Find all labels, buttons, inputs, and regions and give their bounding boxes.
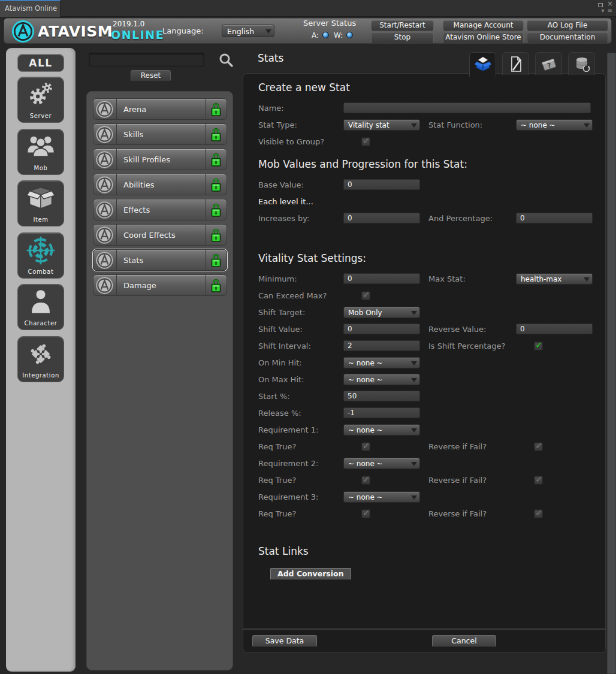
reverse-if-fail-checkbox[interactable]: ✓ — [534, 476, 543, 485]
tab-create[interactable] — [469, 52, 496, 77]
sidebar-item-character[interactable]: Character — [17, 284, 64, 330]
reverse-value-input[interactable]: 0 — [516, 324, 593, 334]
list-item-effects[interactable]: Effects — [93, 199, 227, 220]
save-data-button[interactable]: Save Data — [252, 635, 317, 647]
shift-interval-input[interactable]: 2 — [343, 340, 420, 351]
divider — [116, 275, 117, 295]
max-stat-select[interactable]: health-max — [516, 273, 593, 285]
reset-button[interactable]: Reset — [131, 70, 171, 81]
list-item-skills[interactable]: Skills — [93, 123, 227, 145]
visible-to-group-checkbox[interactable]: ✓ — [361, 137, 370, 146]
list-item-label: Effects — [123, 205, 205, 214]
divider — [116, 174, 117, 195]
stat-function-select[interactable]: ~ none ~ — [516, 119, 593, 131]
requirement-1-label: Requirement 1: — [258, 425, 343, 434]
lock-icon[interactable] — [210, 228, 222, 243]
section-heading-vitality-stat-settings: Vitality Stat Settings: — [258, 252, 590, 264]
box-icon — [18, 183, 64, 214]
stat-type-select[interactable]: Vitality stat — [343, 119, 420, 131]
lock-icon[interactable] — [210, 202, 222, 217]
lock-icon[interactable] — [210, 127, 222, 142]
lock-icon[interactable] — [210, 152, 222, 167]
req-true-checkbox[interactable]: ✓ — [361, 476, 370, 485]
stat-editor-panel: Create a new StatName:Stat Type:Vitality… — [243, 73, 606, 653]
form-row: Shift Value:0Reverse Value:0 — [258, 321, 590, 337]
puzzle-icon — [18, 339, 64, 371]
lock-icon[interactable] — [210, 253, 222, 268]
header-button-manage-account[interactable]: Manage Account — [443, 20, 524, 31]
base-value-input[interactable]: 0 — [343, 179, 420, 190]
header-button-start-restart[interactable]: Start/Restart — [371, 20, 434, 31]
list-item-damage[interactable]: Damage — [93, 274, 227, 296]
list-item-skill-profiles[interactable]: Skill Profiles — [93, 149, 227, 170]
indicator-a-label: A: — [312, 31, 319, 40]
list-item-stats[interactable]: Stats — [93, 249, 227, 271]
is-shift-percentage-checkbox[interactable]: ✓ — [534, 341, 543, 350]
requirement-3-select[interactable]: ~ none ~ — [343, 491, 420, 503]
search-input[interactable] — [89, 53, 204, 67]
shift-target-select[interactable]: Mob Only — [343, 307, 420, 318]
sidebar-item-all[interactable]: ALL — [17, 54, 64, 72]
menu-icon[interactable]: ≡ — [608, 7, 613, 14]
name-input[interactable] — [343, 102, 591, 113]
tab-help[interactable]: ? — [535, 52, 562, 75]
req-true-label: Req True? — [258, 509, 343, 518]
req-true-checkbox[interactable]: ✓ — [361, 442, 370, 451]
shift-value-input[interactable]: 0 — [343, 324, 420, 334]
sidebar-item-label: Character — [18, 320, 64, 327]
on-min-hit-label: On Min Hit: — [258, 358, 343, 367]
on-min-hit-select[interactable]: ~ none ~ — [343, 357, 420, 368]
header-button-atavism-online-store[interactable]: Atavism Online Store — [443, 32, 524, 43]
is-shift-percentage-label: Is Shift Percentage? — [428, 341, 516, 350]
reverse-if-fail-checkbox[interactable]: ✓ — [534, 442, 543, 451]
tab-edit[interactable] — [502, 52, 529, 75]
req-true-label: Req True? — [258, 442, 343, 451]
cancel-button[interactable]: Cancel — [432, 635, 496, 647]
reverse-if-fail-checkbox[interactable]: ✓ — [534, 509, 543, 518]
list-item-label: Coord Effects — [123, 231, 205, 240]
form-row: Start %:50 — [258, 388, 590, 404]
section-heading-create-a-new-stat: Create a new Stat — [258, 81, 590, 93]
lock-icon[interactable] — [210, 102, 222, 117]
minimum-input[interactable]: 0 — [343, 273, 420, 284]
add-conversion-button[interactable]: Add Conversion — [270, 568, 351, 580]
minimum-label: Minimum: — [258, 274, 343, 283]
req-true-checkbox[interactable]: ✓ — [361, 509, 370, 518]
lock-icon[interactable] — [210, 278, 222, 293]
sidebar-item-item[interactable]: Item — [17, 180, 64, 226]
search-icon[interactable] — [218, 52, 234, 70]
on-max-hit-select[interactable]: ~ none ~ — [343, 374, 420, 385]
module-list-panel: ArenaSkillsSkill ProfilesAbilitiesEffect… — [86, 91, 233, 670]
sidebar-item-combat[interactable]: Combat — [17, 232, 64, 279]
box-new-icon — [474, 56, 492, 74]
check-icon: ✓ — [535, 474, 543, 485]
tab-database[interactable] — [568, 52, 595, 75]
header-button-documentation[interactable]: Documentation — [527, 32, 608, 43]
sidebar-item-integration[interactable]: Integration — [17, 336, 64, 382]
max-stat-select-value: health-max — [521, 275, 561, 283]
start-input[interactable]: 50 — [343, 391, 420, 401]
list-item-arena[interactable]: Arena — [93, 98, 227, 120]
restore-icon[interactable] — [598, 3, 603, 7]
requirement-3-select-value: ~ none ~ — [348, 493, 383, 501]
atavism-logo-icon — [95, 276, 114, 295]
header-button-ao-log-file[interactable]: AO Log File — [527, 20, 608, 31]
lock-icon[interactable] — [210, 177, 222, 192]
group-icon — [18, 132, 64, 161]
sidebar-item-mob[interactable]: Mob — [17, 129, 64, 175]
window-tab-atavism-online[interactable]: Atavism Online — [0, 0, 61, 17]
list-item-abilities[interactable]: Abilities — [93, 174, 227, 195]
and-percentage-input[interactable]: 0 — [516, 213, 593, 223]
chevron-down-icon[interactable]: ▾ — [601, 7, 605, 14]
language-select[interactable]: English — [222, 25, 274, 37]
list-item-coord-effects[interactable]: Coord Effects — [93, 224, 227, 246]
sidebar-item-server[interactable]: Server — [17, 77, 64, 123]
header-button-stop[interactable]: Stop — [371, 32, 434, 43]
form-row: Base Value:0 — [258, 176, 590, 193]
requirement-1-select[interactable]: ~ none ~ — [343, 424, 420, 436]
main-scrollbar[interactable] — [607, 53, 616, 674]
requirement-2-select[interactable]: ~ none ~ — [343, 458, 420, 469]
can-exceed-max-checkbox[interactable]: ✓ — [361, 291, 370, 300]
increases-by-input[interactable]: 0 — [343, 213, 420, 223]
release-input[interactable]: -1 — [343, 407, 420, 418]
